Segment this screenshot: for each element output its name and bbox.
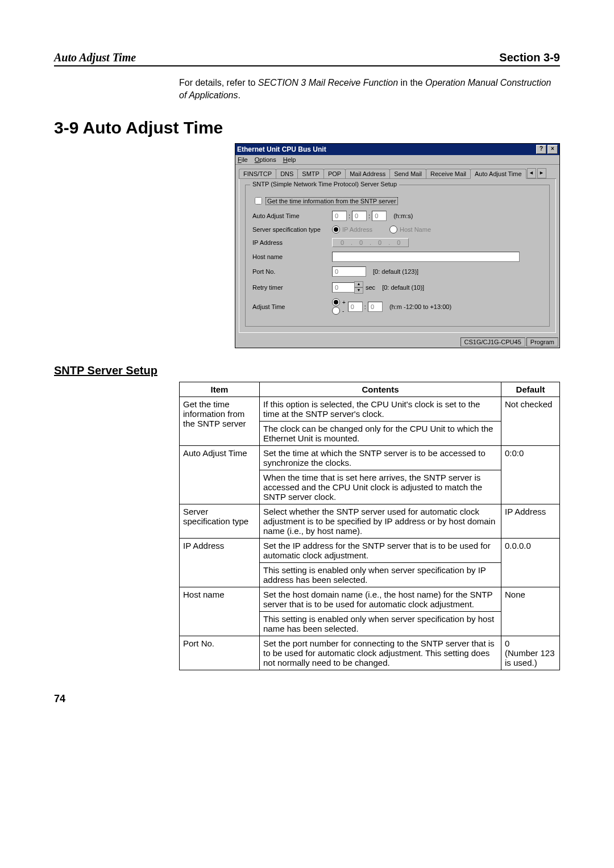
adjust-min-input[interactable]: 0 bbox=[368, 302, 383, 312]
retry-hint: [0: default (10)] bbox=[382, 284, 424, 291]
sntp-group: SNTP (Simple Network Time Protocol) Serv… bbox=[245, 185, 550, 327]
intro-paragraph: For details, refer to SECTION 3 Mail Rec… bbox=[179, 77, 560, 101]
label-retry: Retry timer bbox=[252, 284, 332, 291]
tab-send-mail[interactable]: Send Mail bbox=[389, 169, 426, 178]
help-button[interactable]: ? bbox=[536, 145, 546, 154]
table-row: Server specification type Select whether… bbox=[180, 504, 560, 539]
radio-host[interactable] bbox=[389, 226, 397, 233]
status-cpu: CS1G/CJ1G-CPU45 bbox=[460, 337, 525, 347]
title-bar: Ethernet Unit CPU Bus Unit ? × bbox=[235, 144, 559, 155]
tab-strip: FINS/TCP DNS SMTP POP Mail Address Send … bbox=[239, 168, 556, 179]
ip-input[interactable]: 0. 0. 0. 0 bbox=[332, 238, 409, 247]
sntp-setup-table: Item Contents Default Get the time infor… bbox=[179, 382, 560, 670]
second-input[interactable]: 0 bbox=[372, 211, 387, 221]
menu-options[interactable]: Options bbox=[255, 156, 276, 163]
tab-pop[interactable]: POP bbox=[323, 169, 346, 178]
dialog-window: Ethernet Unit CPU Bus Unit ? × File Opti… bbox=[235, 143, 560, 348]
label-port: Port No. bbox=[252, 268, 332, 275]
hostname-input[interactable] bbox=[332, 252, 520, 262]
menu-help[interactable]: Help bbox=[283, 156, 296, 163]
hour-input[interactable]: 0 bbox=[332, 211, 347, 221]
tab-dns[interactable]: DNS bbox=[276, 169, 298, 178]
get-time-label: Get the time information from the SNTP s… bbox=[265, 197, 398, 205]
adjust-hint: (h:m -12:00 to +13:00) bbox=[389, 303, 451, 310]
label-host: Host name bbox=[252, 253, 332, 260]
retry-spinner[interactable]: 0 ▲ ▼ bbox=[332, 281, 363, 294]
table-row: Host name Set the host domain name (i.e.… bbox=[180, 587, 560, 612]
tab-smtp[interactable]: SMTP bbox=[297, 169, 324, 178]
radio-ip[interactable] bbox=[332, 226, 340, 233]
tab-fins-tcp[interactable]: FINS/TCP bbox=[239, 169, 276, 178]
label-auto-adjust: Auto Adjust Time bbox=[252, 212, 332, 219]
label-spec-type: Server specification type bbox=[252, 226, 332, 233]
label-adjust: Adjust Time bbox=[252, 303, 332, 310]
header-left: Auto Adjust Time bbox=[54, 51, 136, 64]
label-ip: IP Address bbox=[252, 239, 332, 246]
tab-scroll-left[interactable]: ◄ bbox=[527, 168, 536, 178]
radio-host-label: Host Name bbox=[400, 226, 431, 233]
tab-auto-adjust-time[interactable]: Auto Adjust Time bbox=[470, 169, 526, 179]
radio-minus[interactable] bbox=[332, 307, 340, 315]
retry-unit: sec bbox=[366, 284, 375, 291]
status-mode: Program bbox=[526, 337, 558, 347]
page-number: 74 bbox=[54, 693, 560, 705]
minute-input[interactable]: 0 bbox=[352, 211, 367, 221]
table-row: Get the time information from the SNTP s… bbox=[180, 397, 560, 422]
tab-mail-address[interactable]: Mail Address bbox=[345, 169, 390, 178]
tab-receive-mail[interactable]: Receive Mail bbox=[426, 169, 471, 178]
menu-file[interactable]: File bbox=[238, 156, 248, 163]
th-contents: Contents bbox=[260, 382, 501, 397]
get-time-checkbox[interactable] bbox=[255, 197, 262, 205]
hms-hint: (h:m:s) bbox=[393, 212, 413, 219]
port-input[interactable]: 0 bbox=[332, 266, 366, 277]
spin-up-icon[interactable]: ▲ bbox=[354, 281, 363, 287]
page-header: Auto Adjust Time Section 3-9 bbox=[54, 51, 560, 66]
th-default: Default bbox=[501, 382, 560, 397]
section-heading: 3-9 Auto Adjust Time bbox=[54, 118, 560, 137]
spin-down-icon[interactable]: ▼ bbox=[354, 287, 363, 294]
tab-scroll-right[interactable]: ► bbox=[537, 168, 546, 178]
group-legend: SNTP (Simple Network Time Protocol) Serv… bbox=[250, 181, 399, 187]
header-right: Section 3-9 bbox=[499, 51, 560, 64]
status-bar: CS1G/CJ1G-CPU45 Program bbox=[235, 336, 559, 348]
table-row: Auto Adjust Time Set the time at which t… bbox=[180, 446, 560, 470]
subheading: SNTP Server Setup bbox=[54, 364, 560, 377]
radio-ip-label: IP Address bbox=[342, 226, 372, 233]
table-row: IP Address Set the IP address for the SN… bbox=[180, 539, 560, 563]
window-title: Ethernet Unit CPU Bus Unit bbox=[237, 145, 326, 153]
port-hint: [0: default (123)] bbox=[373, 268, 418, 275]
th-item: Item bbox=[180, 382, 260, 397]
radio-plus[interactable] bbox=[332, 298, 340, 306]
close-button[interactable]: × bbox=[547, 145, 558, 154]
menu-bar: File Options Help bbox=[235, 155, 559, 165]
table-row: Port No. Set the port number for connect… bbox=[180, 636, 560, 670]
adjust-hour-input[interactable]: 0 bbox=[348, 302, 363, 312]
